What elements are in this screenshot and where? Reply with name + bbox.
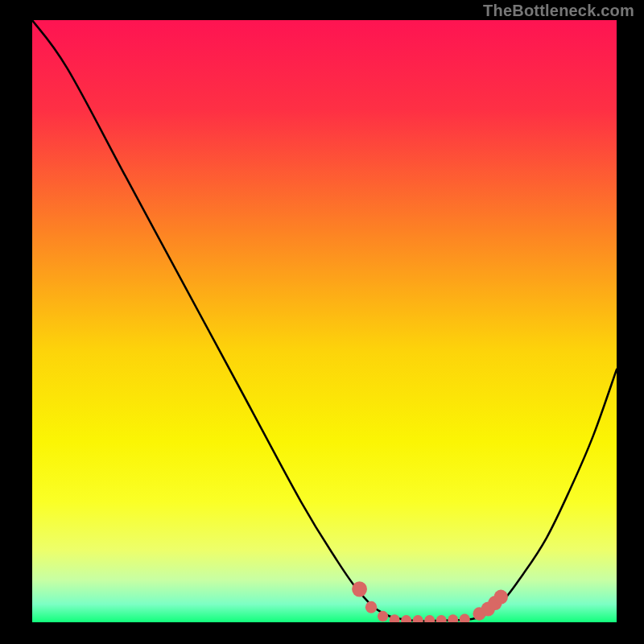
highlight-dot — [494, 590, 508, 605]
plot-area — [32, 20, 617, 622]
highlight-dot — [378, 611, 388, 621]
highlight-dot — [352, 581, 367, 597]
highlight-dot — [365, 601, 378, 613]
plot-svg — [32, 20, 617, 622]
chart-stage: TheBottleneck.com — [0, 0, 644, 644]
watermark-text: TheBottleneck.com — [483, 2, 634, 20]
gradient-bg — [32, 20, 617, 622]
